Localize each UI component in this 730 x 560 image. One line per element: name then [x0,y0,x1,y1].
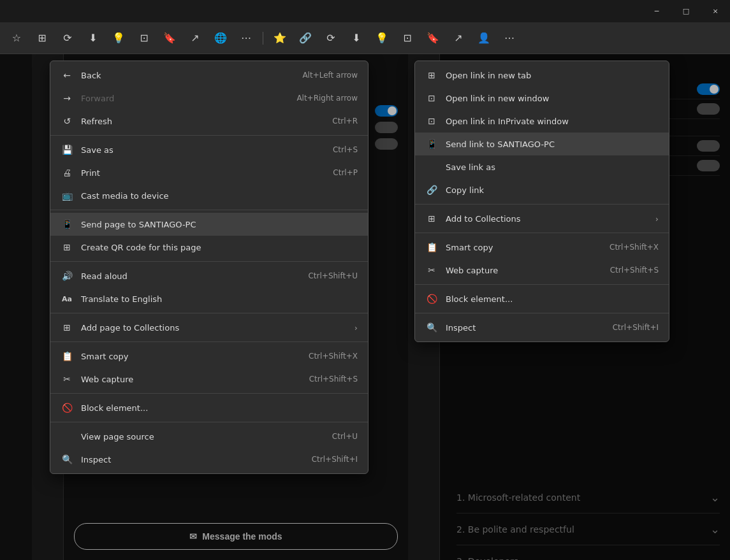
cm-left-view-source-shortcut: Ctrl+U [332,432,358,441]
cm-left-back-label: Back [81,71,101,80]
cm-left-read-aloud-shortcut: Ctrl+Shift+U [308,271,358,280]
cm-left-save-shortcut: Ctrl+S [333,145,358,154]
forward-icon: → [61,92,73,104]
cm-left-qr-label: Create QR code for this page [81,243,201,252]
toolbar-collections[interactable]: ⊞ [31,27,54,50]
toolbar-bookmark[interactable]: 🔖 [158,27,181,50]
cm-right-save-link[interactable]: Save link as [415,155,669,178]
cm-right-add-collections[interactable]: ⊞ Add to Collections › [415,207,669,230]
titlebar: ─ □ × [0,0,730,22]
inspect-left-icon: 🔍 [61,453,73,466]
browser-toolbar: ☆ ⊞ ⟳ ⬇ 💡 ⊡ 🔖 ↗ 🌐 ⋯ ⭐ 🔗 ⟳ ⬇ 💡 ⊡ 🔖 ↗ 👤 ⋯ [0,22,730,54]
back-icon: ← [61,69,73,82]
cm-right-sep4 [415,313,669,313]
translate-icon: Aa [61,292,73,305]
cm-left-sep1 [50,135,368,136]
cm-left-back-shortcut: Alt+Left arrow [302,71,358,80]
maximize-button[interactable]: □ [671,0,701,22]
cm-left-send-page[interactable]: 📱 Send page to SANTIAGO-PC [50,213,368,236]
cm-left-smart-copy-shortcut: Ctrl+Shift+X [309,352,358,361]
add-collections-icon: ⊞ [425,212,438,225]
cm-right-web-capture-shortcut: Ctrl+Shift+S [610,266,659,275]
toolbar-adblock2[interactable]: ⊡ [396,27,419,50]
toolbar-share2[interactable]: ↗ [447,27,470,50]
cm-left-sep3 [50,261,368,262]
toolbar-tips2[interactable]: 💡 [370,27,393,50]
cm-right-smart-copy[interactable]: 📋 Smart copy Ctrl+Shift+X [415,236,669,259]
toolbar-adblock[interactable]: ⊡ [133,27,156,50]
toolbar-bookmark2[interactable]: 🔖 [421,27,444,50]
cm-left-refresh[interactable]: ↺ Refresh Ctrl+R [50,110,368,133]
cm-right-sep3 [415,284,669,285]
cm-right-web-capture[interactable]: ✂ Web capture Ctrl+Shift+S [415,259,669,282]
toolbar-refresh2[interactable]: ⟳ [319,27,342,50]
cm-left-add-collections[interactable]: ⊞ Add page to Collections › [50,316,368,339]
close-button[interactable]: × [701,0,730,22]
toolbar-fav2[interactable]: ⭐ [268,27,291,50]
cm-right-send-link-label: Send link to SANTIAGO-PC [446,140,555,149]
smart-copy-icon: 📋 [61,350,73,363]
new-tab-icon: ⊞ [425,69,438,82]
cm-left-smart-copy-label: Smart copy [81,352,129,361]
cm-left-add-collections-label: Add page to Collections [81,323,179,333]
cm-left-translate-label: Translate to English [81,294,162,304]
cm-left-read-aloud[interactable]: 🔊 Read aloud Ctrl+Shift+U [50,264,368,287]
cm-left-block-label: Block element... [81,403,148,413]
cm-right-add-collections-label: Add to Collections [446,214,521,224]
cm-right-sep2 [415,233,669,233]
minimize-button[interactable]: ─ [642,0,671,22]
window-controls: ─ □ × [642,0,730,22]
qr-icon: ⊞ [61,241,73,254]
toolbar-link[interactable]: 🔗 [294,27,317,50]
cm-left-forward-shortcut: Alt+Right arrow [296,94,358,103]
cm-left-refresh-label: Refresh [81,117,112,126]
cm-left-web-capture[interactable]: ✂ Web capture Ctrl+Shift+S [50,368,368,391]
toolbar-more[interactable]: ⋯ [235,27,258,50]
toolbar-favorites[interactable]: ☆ [5,27,28,50]
toolbar-downloads[interactable]: ⬇ [82,27,105,50]
page-content: ort ort ort ort ort ✉ Me [0,54,730,560]
refresh-icon: ↺ [61,115,73,127]
cm-right-web-capture-label: Web capture [446,266,498,275]
toolbar-profile-icon[interactable]: 👤 [472,27,495,50]
right-smart-copy-icon: 📋 [425,241,438,254]
cm-left-view-source-label: View page source [81,432,154,442]
context-menu-right: ⊞ Open link in new tab ⊡ Open link in ne… [414,61,669,342]
cm-left-block-element[interactable]: 🚫 Block element... [50,396,368,419]
toolbar-share[interactable]: ↗ [184,27,207,50]
toolbar-tips[interactable]: 💡 [107,27,130,50]
cm-right-inspect[interactable]: 🔍 Inspect Ctrl+Shift+I [415,316,669,339]
cm-right-new-window[interactable]: ⊡ Open link in new window [415,87,669,110]
inprivate-icon: ⊡ [425,115,438,127]
cm-left-forward: → Forward Alt+Right arrow [50,87,368,110]
save-icon: 💾 [61,143,73,156]
cm-left-qr-code[interactable]: ⊞ Create QR code for this page [50,236,368,259]
cm-left-save-as[interactable]: 💾 Save as Ctrl+S [50,138,368,161]
cm-right-inspect-label: Inspect [446,323,476,333]
toolbar-more2[interactable]: ⋯ [498,27,521,50]
cm-right-inprivate[interactable]: ⊡ Open link in InPrivate window [415,110,669,133]
cm-right-copy-link[interactable]: 🔗 Copy link [415,178,669,201]
cm-left-inspect[interactable]: 🔍 Inspect Ctrl+Shift+I [50,448,368,471]
cm-right-new-tab[interactable]: ⊞ Open link in new tab [415,64,669,87]
cast-icon: 📺 [61,189,73,202]
copy-link-icon: 🔗 [425,183,438,196]
cm-left-view-source[interactable]: View page source Ctrl+U [50,425,368,448]
cm-left-smart-copy[interactable]: 📋 Smart copy Ctrl+Shift+X [50,345,368,368]
toolbar-profile[interactable]: 🌐 [209,27,232,50]
cm-right-block-element[interactable]: 🚫 Block element... [415,287,669,310]
cm-left-sep5 [50,341,368,342]
toolbar-divider [263,32,263,45]
cm-right-new-window-label: Open link in new window [446,94,549,103]
cm-right-send-link[interactable]: 📱 Send link to SANTIAGO-PC [415,133,669,155]
cm-right-smart-copy-label: Smart copy [446,243,493,252]
cm-left-print[interactable]: 🖨 Print Ctrl+P [50,161,368,184]
cm-left-translate[interactable]: Aa Translate to English [50,287,368,310]
collections-icon: ⊞ [61,321,73,334]
toolbar-history[interactable]: ⟳ [56,27,79,50]
cm-left-inspect-label: Inspect [81,455,111,464]
cm-left-back[interactable]: ← Back Alt+Left arrow [50,64,368,87]
cm-left-cast[interactable]: 📺 Cast media to device [50,184,368,207]
context-menu-left: ← Back Alt+Left arrow → Forward Alt+Righ… [50,61,369,474]
toolbar-download2[interactable]: ⬇ [345,27,368,50]
